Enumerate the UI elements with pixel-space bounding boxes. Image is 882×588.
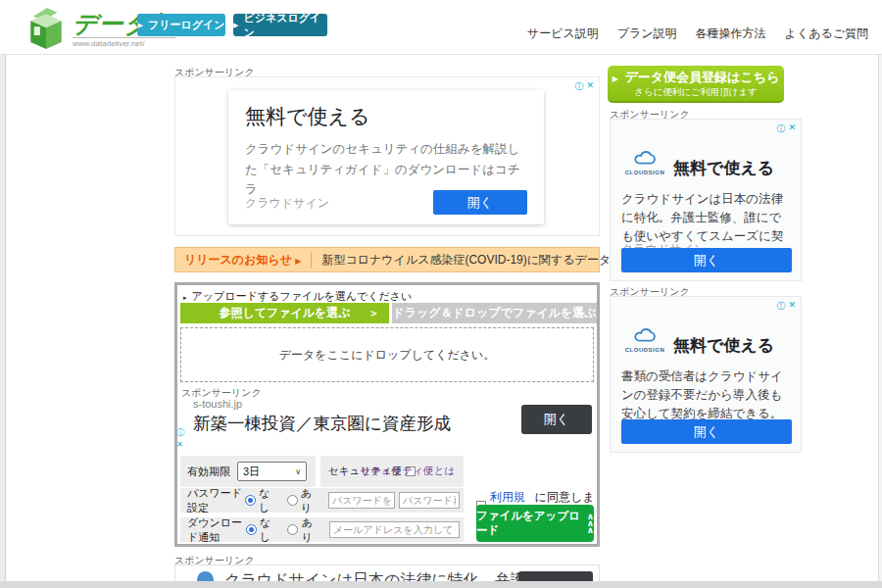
upload-file-button[interactable]: ファイルをアップロード ∧ ∧ ∧ — [476, 505, 594, 542]
dropzone-text: データをここにドロップしてください。 — [279, 347, 496, 364]
ad-close-icon[interactable]: ✕ — [788, 122, 796, 135]
bullet-icon: ▸ — [183, 294, 187, 301]
page: データ便 www.datadeliver.net/ ▶ フリーログイン ▶ ビジ… — [0, 0, 882, 588]
notice-label: リリースのお知らせ ▶ — [175, 252, 311, 269]
notify-email-input[interactable] — [329, 521, 460, 538]
file-dropzone[interactable]: データをここにドロップしてください。 — [180, 327, 594, 382]
browse-file-button[interactable]: 参照してファイルを選ぶ ＞ — [180, 303, 389, 323]
notify-none-radio[interactable] — [246, 524, 257, 535]
page-right-gutter — [878, 55, 882, 588]
cloud-icon — [634, 328, 656, 343]
notify-yes-radio[interactable] — [287, 524, 298, 535]
sidebar-ad-1: ⓘ ✕ CLOUDSIGN 無料で使える クラウドサインは日本の法律に特化。弁護… — [610, 119, 802, 281]
cloud-icon — [634, 151, 656, 166]
password-none-radio[interactable] — [245, 495, 256, 506]
ad-card: 無料で使える クラウドサインのセキュリティの仕組みを解説した「セキュリティガイド… — [228, 90, 544, 224]
security-info-link[interactable]: セキュリティ便とは — [361, 465, 455, 478]
adchoices-info-icon[interactable]: ⓘ — [176, 427, 184, 438]
free-login-button[interactable]: ▶ フリーログイン — [137, 14, 225, 36]
header-nav: サービス説明 プラン説明 各種操作方法 よくあるご質問 — [527, 25, 868, 42]
password-yes-radio[interactable] — [287, 495, 298, 506]
chevron-right-icon: ＞ — [368, 306, 379, 320]
ad-close-icon[interactable]: ✕ — [788, 300, 796, 313]
top-ad-banner: ⓘ ✕ 無料で使える クラウドサインのセキュリティの仕組みを解説した「セキュリテ… — [174, 76, 600, 236]
expiry-select[interactable]: 3日 ∨ — [237, 462, 307, 481]
release-notice-bar: リリースのお知らせ ▶ 新型コロナウイルス感染症(COVID-19)に関するデー… — [174, 247, 600, 272]
notify-label: ダウンロード通知 — [187, 515, 246, 545]
chevron-right-icon: ＞ — [576, 306, 587, 320]
security-group: セキュリティ便 セキュリティ便とは — [320, 456, 464, 487]
play-icon: ▶ — [612, 74, 618, 83]
ad-advertiser: クラウドサイン — [245, 195, 329, 212]
upload-panel: ▸ アップロードするファイルを選んでください 参照してファイルを選ぶ ＞ ドラッ… — [174, 282, 600, 547]
password-input[interactable] — [328, 492, 395, 509]
adchoices-info-icon[interactable]: ⓘ — [776, 300, 785, 313]
app-header: データ便 www.datadeliver.net/ ▶ フリーログイン ▶ ビジ… — [0, 0, 882, 55]
business-login-button[interactable]: ▶ ビジネスログイン — [233, 14, 327, 36]
password-label: パスワード設定 — [187, 486, 245, 515]
password-confirm-input[interactable] — [399, 492, 460, 509]
ad-url: s-toushi.jp — [193, 398, 242, 410]
nav-link-service[interactable]: サービス説明 — [527, 25, 599, 42]
radio-label: あり — [301, 486, 319, 515]
chevrons-up-icon: ∧ ∧ ∧ — [587, 514, 594, 534]
password-group: パスワード設定 なし あり — [180, 488, 464, 513]
ad-open-button[interactable]: 開く — [433, 190, 527, 215]
member-register-button[interactable]: ▶ データ便会員登録はこちら さらに便利にご利用頂けます — [608, 66, 784, 103]
adchoices-info-icon[interactable]: ⓘ — [574, 80, 583, 93]
inline-ad-banner: ⓘ ✕ s-toushi.jp 新築一棟投資／東京圏に資産形成 開く — [179, 397, 595, 446]
nav-link-howto[interactable]: 各種操作方法 — [696, 25, 766, 42]
caret-down-icon: ∨ — [295, 467, 301, 476]
upload-instruction: ▸ アップロードするファイルを選んでください — [183, 289, 412, 304]
ad-title: 無料で使える — [245, 103, 369, 130]
expiry-group: 有効期限 3日 ∨ — [180, 456, 316, 487]
cloudsign-logo: CLOUDSIGN — [622, 328, 667, 353]
drag-drop-button[interactable]: ドラッグ＆ドロップでファイルを選ぶ ＞ — [392, 303, 597, 323]
nav-link-plan[interactable]: プラン説明 — [617, 25, 677, 42]
play-icon: ▶ — [295, 257, 301, 266]
site-url: www.datadeliver.net/ — [73, 37, 175, 48]
radio-label: なし — [260, 515, 279, 545]
ad-title: 無料で使える — [673, 334, 774, 357]
ad-open-button[interactable]: 開く — [521, 405, 592, 434]
expiry-value: 3日 — [243, 465, 260, 479]
notify-group: ダウンロード通知 なし あり — [180, 517, 464, 542]
ad-close-icon[interactable]: ✕ — [586, 80, 594, 93]
play-icon: ▶ — [233, 22, 238, 29]
play-icon: ▶ — [138, 22, 143, 29]
ad-open-button[interactable]: 開く — [621, 419, 792, 444]
ad-title: 無料で使える — [673, 157, 774, 179]
page-bottom-edge — [0, 581, 882, 588]
sidebar-ad-2: ⓘ ✕ CLOUDSIGN 無料で使える 書類の受信者はクラウドサインの登録不要… — [610, 296, 802, 453]
expiry-label: 有効期限 — [187, 465, 230, 479]
databin-box-icon — [25, 5, 67, 56]
ad-headline[interactable]: 新築一棟投資／東京圏に資産形成 — [193, 412, 451, 435]
page-left-gutter — [0, 55, 6, 588]
ad-close-icon[interactable]: ✕ — [176, 440, 184, 449]
ad-open-button[interactable]: 開く — [621, 248, 792, 272]
radio-label: あり — [301, 515, 320, 545]
nav-link-faq[interactable]: よくあるご質問 — [785, 25, 868, 42]
adchoices-info-icon[interactable]: ⓘ — [776, 122, 785, 135]
cloudsign-logo: CLOUDSIGN — [622, 151, 667, 175]
radio-label: なし — [259, 486, 277, 515]
